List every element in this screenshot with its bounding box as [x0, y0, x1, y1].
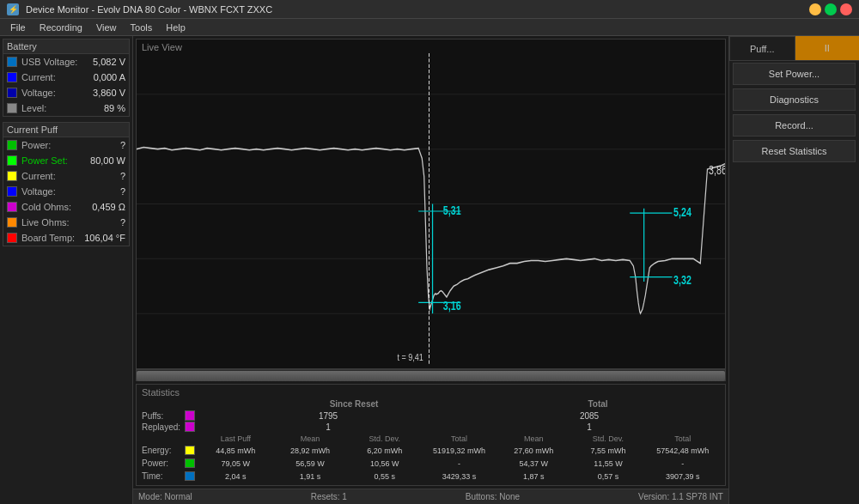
power-mean: 56,59 W	[273, 459, 348, 468]
puff-liveohms-row: Live Ohms: ?	[3, 215, 129, 230]
puff-current-row: Current: ?	[3, 168, 129, 184]
time-mean: 1,91 s	[273, 472, 348, 481]
battery-level-icon	[7, 103, 17, 113]
puff-powerset-label[interactable]: Power Set:	[21, 155, 78, 166]
live-view-title: Live View	[142, 42, 182, 52]
puff-coldohms-icon	[7, 202, 17, 212]
set-power-button[interactable]: Set Power...	[733, 63, 856, 85]
puff-current-value: ?	[78, 171, 125, 181]
puff-powerset-value: 80,00 W	[78, 155, 125, 166]
replayed-label: Replayed:	[142, 422, 185, 432]
svg-text:t = 9,41: t = 9,41	[398, 352, 423, 362]
puffs-since-reset: 1795	[198, 411, 459, 421]
tab-pause[interactable]: II	[795, 36, 860, 60]
time-total: 3429,33 s	[422, 472, 497, 481]
sidebar: Battery USB Voltage: 5,082 V Current: 0,…	[0, 36, 133, 504]
power-icon	[185, 458, 195, 468]
puff-current-label: Current:	[21, 171, 78, 181]
battery-voltage-row: Voltage: 3,860 V	[3, 85, 129, 100]
energy-icon	[185, 446, 195, 455]
energy-total2: 57542,48 mWh	[645, 446, 720, 455]
power-label: Power:	[142, 458, 185, 468]
battery-voltage-value: 3,860 V	[78, 88, 125, 98]
chart-svg: 5,31 3,16 5,24 3,32 3,86 t = 9,41	[137, 39, 725, 368]
power-stddev2: 11,55 W	[571, 459, 646, 468]
battery-level-value: 89 %	[78, 103, 125, 113]
content-area: Live View	[133, 36, 728, 504]
battery-usb-label: USB Voltage:	[21, 57, 78, 67]
scrollbar-thumb[interactable]	[137, 371, 725, 381]
svg-text:5,31: 5,31	[443, 204, 461, 218]
reset-statistics-button[interactable]: Reset Statistics	[733, 140, 856, 162]
right-top-tabs: Puff... II	[729, 36, 859, 61]
statistics-title: Statistics	[142, 387, 720, 398]
col-last-puff: Last Puff	[198, 434, 273, 443]
battery-voltage-label: Voltage:	[21, 88, 78, 98]
app-icon: ⚡	[7, 3, 19, 15]
puff-powerset-row: Power Set: 80,00 W	[3, 153, 129, 168]
replayed-since-reset: 1	[198, 422, 459, 432]
energy-last-puff: 44,85 mWh	[198, 446, 273, 455]
battery-title: Battery	[3, 39, 129, 54]
col-mean: Mean	[273, 434, 348, 443]
puff-voltage-label: Voltage:	[21, 186, 78, 197]
statistics-panel: Statistics Since Reset Total Puffs: 1795…	[136, 384, 726, 486]
energy-mean2: 27,60 mWh	[497, 446, 571, 455]
battery-usb-row: USB Voltage: 5,082 V	[3, 54, 129, 70]
puff-voltage-icon	[7, 186, 17, 197]
menu-view[interactable]: View	[89, 21, 124, 34]
battery-current-icon	[7, 72, 17, 82]
power-last-puff: 79,05 W	[198, 459, 273, 468]
maximize-button[interactable]	[825, 3, 837, 15]
puff-power-row: Power: ?	[3, 137, 129, 153]
replayed-icon	[185, 422, 195, 432]
diagnostics-button[interactable]: Diagnostics	[733, 88, 856, 111]
scrollbar-area[interactable]	[136, 369, 726, 381]
time-total2: 3907,39 s	[645, 472, 720, 481]
energy-mean: 28,92 mWh	[273, 446, 348, 455]
energy-total: 51919,32 mWh	[422, 446, 497, 455]
menu-tools[interactable]: Tools	[124, 21, 160, 34]
time-icon	[185, 471, 195, 481]
svg-text:3,32: 3,32	[673, 274, 691, 288]
menu-bar: File Recording View Tools Help	[0, 19, 859, 36]
puffs-label: Puffs:	[142, 411, 185, 421]
live-view: Live View	[136, 39, 726, 369]
minimize-button[interactable]	[809, 3, 821, 15]
puff-voltage-value: ?	[78, 186, 125, 197]
battery-level-label: Level:	[21, 103, 78, 113]
buttons-area: Buttons: None	[466, 492, 520, 501]
col-stddev: Std. Dev.	[347, 434, 422, 443]
battery-level-row: Level: 89 %	[3, 100, 129, 116]
puff-boardtemp-label: Board Temp:	[21, 233, 78, 243]
menu-help[interactable]: Help	[159, 21, 192, 34]
col-total: Total	[422, 434, 497, 443]
svg-text:3,86: 3,86	[709, 164, 725, 178]
title-bar: ⚡ Device Monitor - Evolv DNA 80 Color - …	[0, 0, 859, 19]
resets-label: Resets: 1	[311, 492, 347, 501]
window-controls	[809, 3, 852, 15]
record-button[interactable]: Record...	[733, 114, 856, 137]
col-stddev2: Std. Dev.	[571, 434, 646, 443]
puff-liveohms-value: ?	[78, 217, 125, 228]
menu-recording[interactable]: Recording	[33, 21, 89, 34]
puff-boardtemp-icon	[7, 233, 17, 243]
time-mean2: 1,87 s	[497, 472, 571, 481]
puff-boardtemp-value: 106,04 °F	[78, 233, 125, 243]
current-puff-panel: Current Puff Power: ? Power Set: 80,00 W…	[3, 122, 130, 246]
svg-text:3,16: 3,16	[443, 300, 461, 313]
col-total2: Total	[645, 434, 720, 443]
menu-file[interactable]: File	[3, 21, 33, 34]
puff-power-icon	[7, 140, 17, 150]
battery-current-label: Current:	[21, 72, 78, 82]
tab-puff[interactable]: Puff...	[729, 36, 795, 60]
puff-power-value: ?	[78, 140, 125, 150]
right-panel: Puff... II Set Power... Diagnostics Reco…	[728, 36, 859, 504]
close-button[interactable]	[840, 3, 852, 15]
time-stddev2: 0,57 s	[571, 472, 646, 481]
status-bar: Mode: Normal Resets: 1 Buttons: None Ver…	[133, 489, 728, 504]
time-last-puff: 2,04 s	[198, 472, 273, 481]
puff-power-label: Power:	[21, 140, 78, 150]
puff-powerset-icon	[7, 155, 17, 166]
energy-label: Energy:	[142, 446, 185, 455]
